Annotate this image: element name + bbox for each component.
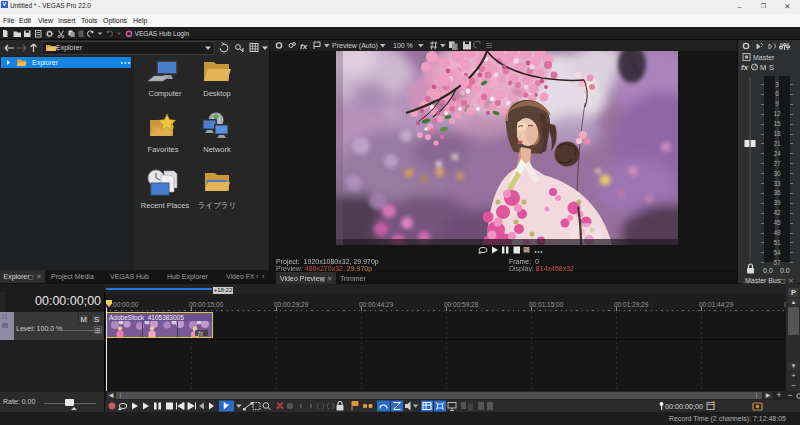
- svg-text:100 %: 100 %: [393, 42, 413, 49]
- svg-text:00:00:00;00: 00:00:00;00: [665, 402, 703, 411]
- svg-text:Computer: Computer: [149, 89, 182, 98]
- svg-text:Desktop: Desktop: [203, 89, 231, 98]
- svg-text:Network: Network: [203, 145, 231, 154]
- svg-text:Preview (Auto): Preview (Auto): [332, 42, 378, 50]
- svg-text:Favorites: Favorites: [148, 145, 179, 154]
- svg-text:ライブラリ: ライブラリ: [198, 201, 236, 210]
- svg-text:Recent Places: Recent Places: [141, 201, 190, 210]
- svg-text:fx: fx: [300, 42, 308, 51]
